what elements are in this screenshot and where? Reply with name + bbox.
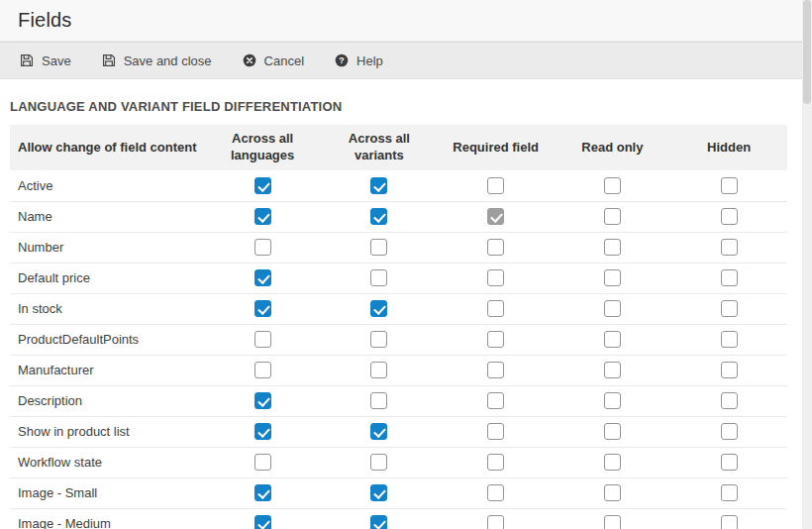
checkbox-required-field[interactable]	[487, 269, 504, 286]
scrollbar-track[interactable]	[802, 0, 812, 529]
checkbox-hidden[interactable]	[721, 515, 738, 529]
checkbox-across-all-languages[interactable]	[254, 423, 271, 440]
field-label: Manufacturer	[10, 355, 204, 385]
checkbox-hidden[interactable]	[721, 423, 738, 440]
checkbox-read-only[interactable]	[604, 484, 621, 501]
checkbox-across-all-languages[interactable]	[254, 269, 271, 286]
checkbox-across-all-variants[interactable]	[370, 177, 387, 194]
cancel-button[interactable]: Cancel	[243, 53, 304, 68]
checkbox-read-only[interactable]	[604, 362, 621, 378]
checkbox-across-all-languages[interactable]	[254, 331, 271, 348]
checkbox-cell	[321, 508, 438, 529]
checkbox-required-field[interactable]	[487, 331, 504, 348]
checkbox-across-all-languages[interactable]	[254, 484, 271, 501]
checkbox-across-all-languages[interactable]	[254, 239, 271, 256]
save-button[interactable]: Save	[20, 53, 71, 68]
checkbox-cell	[670, 447, 787, 477]
checkbox-cell	[204, 355, 321, 385]
checkbox-hidden[interactable]	[721, 300, 738, 317]
checkbox-hidden[interactable]	[721, 392, 738, 409]
checkbox-cell	[555, 170, 671, 201]
checkbox-required-field[interactable]	[487, 515, 504, 529]
field-label: Active	[10, 170, 204, 201]
checkbox-read-only[interactable]	[604, 208, 621, 225]
checkbox-across-all-languages[interactable]	[254, 208, 271, 225]
checkbox-cell	[321, 170, 438, 201]
checkbox-required-field[interactable]	[487, 362, 504, 378]
section-title: LANGUAGE AND VARIANT FIELD DIFFERENTIATI…	[10, 99, 802, 114]
checkbox-cell	[321, 232, 438, 263]
checkbox-hidden[interactable]	[721, 177, 738, 194]
checkbox-read-only[interactable]	[604, 269, 621, 286]
checkbox-across-all-languages[interactable]	[254, 454, 271, 471]
field-label: Image - Medium	[10, 508, 204, 529]
checkbox-across-all-variants[interactable]	[370, 454, 387, 471]
checkbox-across-all-variants[interactable]	[370, 300, 387, 317]
table-row: Description	[10, 385, 787, 416]
checkbox-across-all-variants[interactable]	[370, 239, 387, 256]
checkbox-cell	[438, 477, 555, 508]
checkbox-hidden[interactable]	[721, 208, 738, 225]
checkbox-across-all-variants[interactable]	[370, 515, 387, 529]
column-header-across-all-languages: Across all languages	[204, 125, 321, 170]
checkbox-across-all-variants[interactable]	[370, 362, 387, 378]
page-header: Fields	[0, 0, 812, 42]
field-label: Show in product list	[10, 416, 204, 447]
checkbox-across-all-languages[interactable]	[254, 177, 271, 194]
checkbox-read-only[interactable]	[604, 454, 621, 471]
checkbox-across-all-languages[interactable]	[254, 515, 271, 529]
field-label: Default price	[10, 263, 204, 293]
scrollbar-thumb[interactable]	[803, 0, 811, 104]
checkbox-read-only[interactable]	[604, 423, 621, 440]
checkbox-cell	[670, 170, 787, 201]
checkbox-hidden[interactable]	[721, 269, 738, 286]
checkbox-hidden[interactable]	[721, 239, 738, 256]
checkbox-cell	[670, 263, 787, 293]
field-label: Workflow state	[10, 447, 204, 477]
checkbox-across-all-variants[interactable]	[370, 392, 387, 409]
table-row: Default price	[10, 263, 787, 293]
checkbox-across-all-languages[interactable]	[254, 300, 271, 317]
help-button[interactable]: ? Help	[335, 53, 383, 68]
checkbox-across-all-languages[interactable]	[254, 392, 271, 409]
save-and-close-button[interactable]: Save and close	[102, 53, 212, 68]
checkbox-read-only[interactable]	[604, 300, 621, 317]
checkbox-across-all-languages[interactable]	[254, 362, 271, 378]
table-header-row: Allow change of field content Across all…	[10, 125, 787, 170]
checkbox-hidden[interactable]	[721, 362, 738, 378]
table-row: Active	[10, 170, 787, 201]
checkbox-required-field[interactable]	[487, 484, 504, 501]
save-icon	[102, 53, 116, 67]
checkbox-required-field[interactable]	[487, 177, 504, 194]
checkbox-read-only[interactable]	[604, 177, 621, 194]
save-button-label: Save	[42, 53, 71, 68]
save-icon	[20, 53, 34, 67]
help-icon: ?	[335, 53, 349, 67]
checkbox-read-only[interactable]	[604, 515, 621, 529]
checkbox-read-only[interactable]	[604, 392, 621, 409]
checkbox-across-all-variants[interactable]	[370, 208, 387, 225]
table-row: In stock	[10, 293, 787, 324]
checkbox-hidden[interactable]	[721, 454, 738, 471]
checkbox-across-all-variants[interactable]	[370, 423, 387, 440]
checkbox-read-only[interactable]	[604, 239, 621, 256]
checkbox-read-only[interactable]	[604, 331, 621, 348]
checkbox-cell	[321, 355, 438, 385]
checkbox-required-field[interactable]	[487, 392, 504, 409]
checkbox-cell	[555, 477, 671, 508]
column-header-read-only: Read only	[555, 125, 671, 170]
checkbox-hidden[interactable]	[721, 484, 738, 501]
checkbox-cell	[555, 508, 671, 529]
checkbox-hidden[interactable]	[721, 331, 738, 348]
checkbox-required-field[interactable]	[487, 239, 504, 256]
checkbox-required-field[interactable]	[487, 300, 504, 317]
checkbox-cell	[670, 355, 787, 385]
table-row: Image - Medium	[10, 508, 787, 529]
checkbox-required-field[interactable]	[487, 454, 504, 471]
checkbox-cell	[555, 293, 671, 324]
checkbox-across-all-variants[interactable]	[370, 484, 387, 501]
checkbox-required-field[interactable]	[487, 423, 504, 440]
checkbox-across-all-variants[interactable]	[370, 269, 387, 286]
checkbox-across-all-variants[interactable]	[370, 331, 387, 348]
checkbox-cell	[438, 324, 555, 355]
